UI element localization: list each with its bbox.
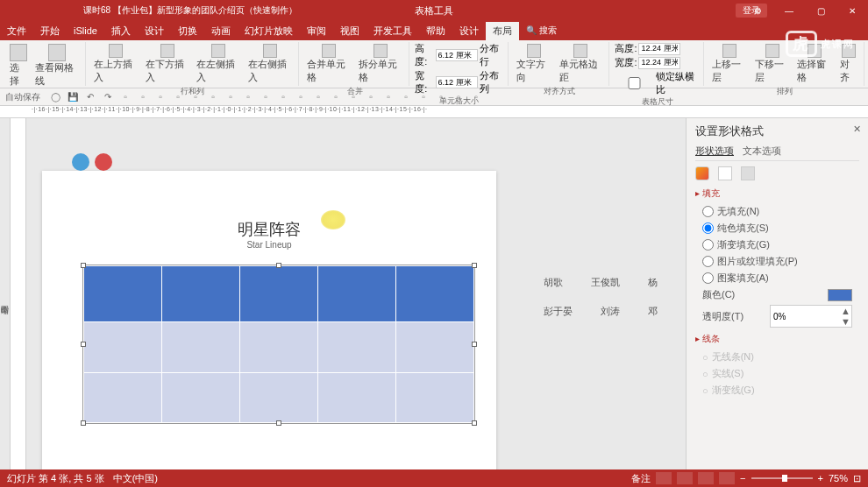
zoom-value[interactable]: 75% (829, 473, 848, 483)
qat-item[interactable]: ▫ (330, 91, 342, 103)
select-button[interactable]: 选择 (7, 42, 30, 89)
line-section[interactable]: ▸ 线条 (695, 333, 859, 345)
handle[interactable] (472, 342, 477, 347)
qat-item[interactable]: ▫ (207, 91, 219, 103)
canvas[interactable]: 明星阵容 Star Lineup 胡歌王俊凯杨 彭于晏刘涛邓 (26, 118, 686, 481)
picturefill-radio[interactable] (702, 256, 714, 267)
handle[interactable] (81, 420, 86, 426)
lock-aspect-checkbox[interactable] (615, 77, 653, 89)
solidfill-radio[interactable] (702, 222, 714, 234)
align-button[interactable]: 对齐 (837, 42, 860, 86)
qat-item[interactable]: ▫ (452, 91, 465, 103)
qat-save-icon[interactable]: 💾 (67, 91, 79, 103)
insert-right-button[interactable]: 在右侧插入 (245, 42, 295, 86)
menu-layout[interactable]: 布局 (486, 22, 519, 40)
menu-file[interactable]: 文件 (0, 22, 33, 40)
opts-icon[interactable]: ⚙ (742, 0, 773, 21)
qat-item[interactable]: ▫ (312, 91, 324, 103)
zoom-out[interactable]: − (740, 473, 745, 483)
cell-width-input[interactable] (436, 76, 478, 88)
menu-islide[interactable]: iSlide (67, 23, 104, 39)
insert-below-button[interactable]: 在下方插入 (143, 42, 192, 86)
qat-item[interactable]: ▫ (119, 91, 132, 103)
menu-dev[interactable]: 开发工具 (366, 22, 419, 40)
insert-above-button[interactable]: 在上方插入 (91, 42, 140, 86)
qat-item[interactable]: ▫ (277, 91, 289, 103)
fill-section[interactable]: ▸ 填充 (695, 187, 859, 200)
qat-item[interactable]: ▫ (189, 91, 202, 103)
menu-help[interactable]: 帮助 (419, 22, 452, 40)
slideshow-view-icon[interactable] (719, 472, 735, 484)
menu-design[interactable]: 设计 (138, 22, 171, 40)
qat-item[interactable]: ▫ (172, 91, 184, 103)
menu-insert[interactable]: 插入 (104, 22, 138, 40)
reading-view-icon[interactable] (698, 472, 714, 484)
zoom-in[interactable]: + (818, 473, 823, 483)
qat-item[interactable]: ▫ (365, 91, 377, 103)
notes-button[interactable]: 备注 (631, 472, 651, 485)
insert-left-button[interactable]: 在左侧插入 (194, 42, 243, 86)
qat-item[interactable]: ▫ (260, 91, 272, 103)
minimize-icon[interactable]: — (773, 0, 805, 21)
maximize-icon[interactable]: ▢ (805, 0, 836, 21)
qat-item[interactable]: ▫ (400, 91, 412, 103)
language[interactable]: 中文(中国) (113, 472, 158, 485)
qat-item[interactable]: ▫ (382, 91, 395, 103)
qat-undo-icon[interactable]: ↶ (84, 91, 96, 103)
tool-tab[interactable]: 表格工具 (409, 3, 459, 19)
qat-redo-icon[interactable]: ↷ (102, 91, 114, 103)
backward-button[interactable]: 下移一层 (752, 42, 793, 86)
qat-item[interactable]: ▫ (435, 91, 447, 103)
qat-item[interactable]: ▫ (137, 91, 149, 103)
text-direction-button[interactable]: 文字方向 (514, 42, 554, 86)
menu-tdesign[interactable]: 设计 (452, 22, 486, 40)
gradientfill-radio[interactable] (702, 239, 714, 251)
menu-search[interactable]: 🔍 搜索 (526, 25, 557, 37)
menu-view[interactable]: 视图 (333, 22, 366, 40)
cell-height-input[interactable] (436, 49, 478, 61)
merge-button[interactable]: 合并单元格 (304, 42, 353, 86)
qat-item[interactable]: ▫ (470, 91, 482, 103)
tab-shape-options[interactable]: 形状选项 (695, 145, 734, 158)
selection-pane-button[interactable]: 选择窗格 (794, 42, 835, 86)
close-icon[interactable]: ✕ (836, 0, 868, 21)
sorter-view-icon[interactable] (677, 472, 693, 484)
menu-slideshow[interactable]: 幻灯片放映 (238, 22, 300, 40)
color-swatch[interactable] (828, 289, 852, 301)
effects-icon[interactable] (718, 166, 732, 180)
handle[interactable] (81, 263, 86, 268)
tab-text-options[interactable]: 文本选项 (743, 145, 781, 158)
transparency-input[interactable] (771, 311, 841, 322)
qat-item[interactable]: ▫ (347, 91, 359, 103)
handle[interactable] (472, 420, 477, 426)
patternfill-radio[interactable] (702, 272, 714, 284)
menu-animation[interactable]: 动画 (204, 22, 238, 40)
cell-margin-button[interactable]: 单元格边距 (557, 42, 606, 86)
nofill-radio[interactable] (702, 206, 714, 217)
menu-review[interactable]: 审阅 (300, 22, 333, 40)
handle[interactable] (472, 263, 477, 268)
table-height-input[interactable] (638, 43, 680, 55)
normal-view-icon[interactable] (656, 472, 672, 484)
forward-button[interactable]: 上移一层 (709, 42, 750, 86)
menu-start[interactable]: 开始 (33, 22, 67, 40)
handle[interactable] (276, 263, 281, 268)
split-button[interactable]: 拆分单元格 (356, 42, 405, 86)
qat-toggle[interactable]: ◯ (49, 91, 61, 103)
qat-item[interactable]: ▫ (417, 91, 430, 103)
handle[interactable] (276, 420, 281, 426)
panel-close-icon[interactable]: ✕ (853, 124, 861, 135)
fill-line-icon[interactable] (695, 166, 709, 180)
fit-icon[interactable]: ⊡ (853, 473, 861, 484)
thumbnail-toggle[interactable]: 缩略图 (0, 118, 11, 481)
table-width-input[interactable] (638, 57, 680, 69)
size-props-icon[interactable] (741, 166, 755, 180)
menu-transition[interactable]: 切换 (171, 22, 204, 40)
handle[interactable] (81, 342, 86, 347)
gridlines-button[interactable]: 查看网格线 (32, 42, 82, 89)
zoom-slider[interactable] (751, 477, 813, 479)
qat-item[interactable]: ▫ (224, 91, 237, 103)
slide-table[interactable] (82, 265, 475, 424)
qat-item[interactable]: ▫ (295, 91, 307, 103)
qat-item[interactable]: ▫ (154, 91, 167, 103)
